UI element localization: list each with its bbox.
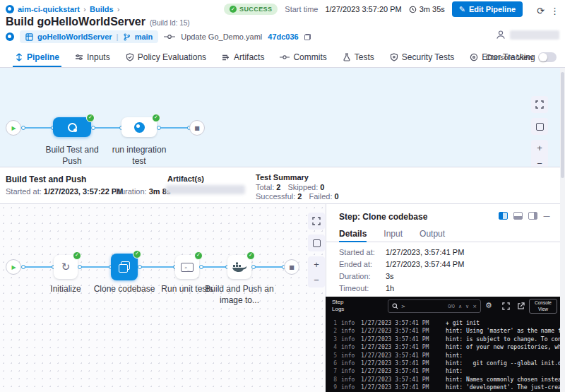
stage-canvas-controls: + − bbox=[531, 96, 548, 171]
success-check-icon: ✓ bbox=[194, 251, 203, 260]
step-node-initialize[interactable]: ↻ ✓ bbox=[54, 255, 78, 279]
test-skipped: Skipped: 0 bbox=[287, 183, 324, 191]
zoom-out-button[interactable]: − bbox=[308, 272, 325, 287]
log-search-input[interactable]: > 0/0 ∧ ∨ × bbox=[388, 299, 481, 313]
step-node-label[interactable]: Clone codebase bbox=[89, 283, 160, 295]
success-check-icon: ✓ bbox=[133, 250, 141, 259]
chevron-up-icon[interactable]: ∧ bbox=[458, 304, 462, 309]
scrollbar-thumb[interactable] bbox=[561, 72, 564, 178]
edit-pipeline-button[interactable]: ✎ Edit Pipeline bbox=[452, 1, 523, 17]
tab-input[interactable]: Input bbox=[383, 225, 411, 242]
check-icon: ✓ bbox=[230, 6, 237, 13]
commit-icon bbox=[164, 33, 175, 40]
tab-commits[interactable]: Commits bbox=[272, 47, 334, 67]
edge bbox=[23, 127, 53, 129]
success-check-icon: ✓ bbox=[86, 114, 95, 122]
tab-inputs[interactable]: Inputs bbox=[67, 47, 118, 67]
tab-details[interactable]: Details bbox=[339, 225, 375, 242]
zoom-in-button[interactable]: + bbox=[308, 256, 325, 272]
copy-icon[interactable] bbox=[304, 34, 311, 40]
page-scrollbar[interactable] bbox=[560, 68, 565, 392]
step-node-build-and-push[interactable]: ✓ bbox=[227, 255, 251, 279]
fullscreen-icon[interactable] bbox=[531, 96, 548, 113]
edge bbox=[93, 127, 121, 129]
fullscreen-icon[interactable] bbox=[502, 302, 510, 311]
repo-branch-pill[interactable]: goHelloWorldServer | main bbox=[20, 30, 158, 43]
edge bbox=[140, 266, 175, 268]
stage-graph-canvas[interactable]: ▶ ✓ ✓ ■ Build Test and Push run integrat… bbox=[0, 68, 560, 167]
log-line: 6info1/27/2023 3:57:41 PMhint: git confi… bbox=[326, 360, 560, 367]
log-line: 4info1/27/2023 3:57:41 PMhint: of your n… bbox=[326, 343, 560, 351]
tab-label: Artifacts bbox=[234, 52, 264, 62]
log-line: 3info1/27/2023 3:57:41 PMhint: is subjec… bbox=[326, 335, 560, 343]
tab-label: Commits bbox=[293, 52, 326, 62]
step-node-label[interactable]: Build and Push an image to... bbox=[204, 283, 275, 306]
stop-icon: ■ bbox=[289, 264, 295, 271]
commit-sha-link[interactable]: 47dc036 bbox=[268, 32, 298, 41]
artifacts-icon bbox=[222, 53, 230, 61]
fit-to-screen-icon[interactable] bbox=[531, 118, 548, 135]
terminal-icon: >_ bbox=[181, 263, 194, 272]
security-shield-icon bbox=[390, 53, 398, 61]
tab-pipeline[interactable]: Pipeline bbox=[7, 47, 67, 67]
split-view-icon[interactable] bbox=[499, 212, 508, 220]
step-node-run-unit-tests[interactable]: >_ ✓ bbox=[175, 255, 199, 279]
stage-summary-title: Build Test and Push bbox=[6, 174, 86, 184]
repo-name[interactable]: goHelloWorldServer bbox=[37, 32, 112, 41]
edit-pipeline-label: Edit Pipeline bbox=[469, 5, 516, 13]
tab-policy-evaluations[interactable]: Policy Evaluations bbox=[118, 47, 214, 67]
harness-logo-icon bbox=[6, 5, 14, 13]
breadcrumb-project-link[interactable]: aim-ci-quickstart bbox=[18, 5, 80, 13]
exec-canvas-controls: + − bbox=[308, 213, 325, 287]
kebab-menu-icon[interactable]: ⋮ bbox=[550, 6, 559, 16]
test-summary-title: Test Summary bbox=[256, 173, 309, 182]
fullscreen-icon[interactable] bbox=[308, 213, 325, 230]
minimize-icon[interactable]: — bbox=[543, 212, 550, 220]
page-header: aim-ci-quickstart › Builds › ✓ SUCCESS S… bbox=[0, 0, 565, 46]
right-view-icon[interactable] bbox=[528, 212, 537, 220]
breadcrumb-builds-link[interactable]: Builds bbox=[90, 5, 114, 13]
edge bbox=[80, 266, 111, 268]
build-tabbar: Pipeline Inputs Policy Evaluations Artif… bbox=[0, 47, 565, 68]
pencil-icon: ✎ bbox=[459, 5, 465, 14]
log-lines[interactable]: 1info1/27/2023 3:57:41 PM+ git init 2inf… bbox=[326, 319, 560, 392]
harness-build-page: aim-ci-quickstart › Builds › ✓ SUCCESS S… bbox=[0, 0, 565, 392]
stage-node-label[interactable]: run integration test bbox=[107, 144, 171, 167]
tab-security-tests[interactable]: Security Tests bbox=[382, 47, 462, 67]
page-title: Build goHelloWorldServer bbox=[6, 16, 145, 28]
edge bbox=[201, 266, 227, 268]
start-time-label: Start time bbox=[285, 5, 318, 13]
console-view-toggle[interactable] bbox=[538, 52, 557, 62]
chevron-down-icon[interactable]: ∨ bbox=[465, 304, 469, 309]
stage-node-run-integration-test[interactable]: ✓ bbox=[121, 117, 157, 137]
redacted-artifact-link[interactable] bbox=[166, 185, 245, 194]
log-line: 9info1/27/2023 3:57:41 PMhint: 'developm… bbox=[326, 384, 560, 391]
console-view-button[interactable]: Console View bbox=[529, 299, 557, 314]
refresh-icon[interactable]: ⟳ bbox=[537, 6, 545, 16]
zoom-in-button[interactable]: + bbox=[531, 140, 548, 155]
execution-graph-canvas[interactable]: ▶ ↻ ✓ ✓ >_ ✓ ✓ ■ Initialize Clone codeba… bbox=[0, 204, 326, 392]
fit-to-screen-icon[interactable] bbox=[308, 234, 325, 251]
success-check-icon: ✓ bbox=[73, 251, 81, 260]
step-node-clone-codebase[interactable]: ✓ bbox=[111, 254, 138, 280]
exec-end-node: ■ bbox=[284, 259, 299, 275]
pill-divider: | bbox=[117, 32, 119, 41]
ci-stage-icon bbox=[68, 123, 77, 132]
close-icon[interactable]: × bbox=[472, 304, 477, 309]
stage-node-build-test-and-push[interactable]: ✓ bbox=[53, 117, 91, 137]
account-row bbox=[496, 30, 559, 40]
tab-artifacts[interactable]: Artifacts bbox=[214, 47, 272, 67]
tab-tests[interactable]: Tests bbox=[335, 47, 382, 67]
branch-name[interactable]: main bbox=[135, 32, 153, 41]
ci-stage-icon bbox=[134, 122, 145, 133]
open-in-new-icon[interactable] bbox=[517, 302, 525, 311]
tab-output[interactable]: Output bbox=[420, 225, 453, 242]
duration-label: Duration: bbox=[115, 187, 147, 196]
gear-icon[interactable]: ⚙ bbox=[485, 301, 492, 310]
stage-node-label[interactable]: Build Test and Push bbox=[40, 144, 104, 167]
detail-row-started: Started at:1/27/2023, 3:57:41 PM bbox=[339, 248, 464, 256]
tab-label: Security Tests bbox=[402, 52, 454, 62]
git-branch-icon bbox=[123, 33, 131, 41]
bottom-view-icon[interactable] bbox=[513, 212, 523, 220]
target-icon bbox=[470, 53, 478, 61]
